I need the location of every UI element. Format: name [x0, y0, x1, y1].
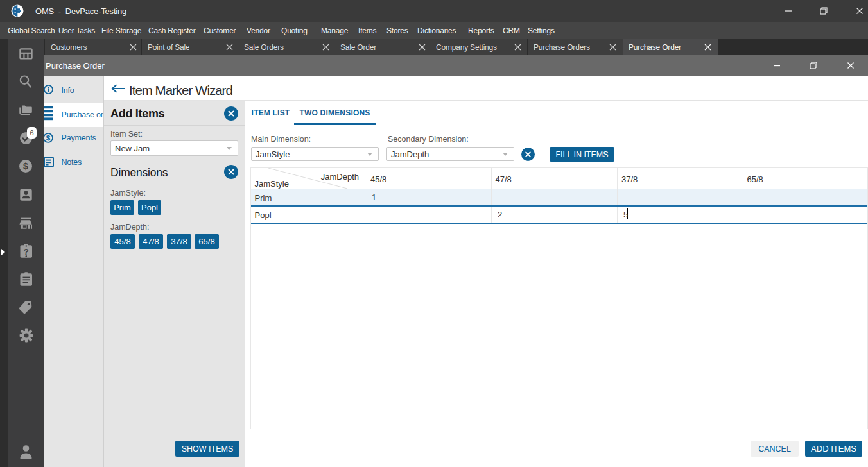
svg-text:$: $ [46, 134, 51, 142]
svg-text:?: ? [23, 247, 28, 257]
svg-text:$: $ [23, 161, 28, 171]
